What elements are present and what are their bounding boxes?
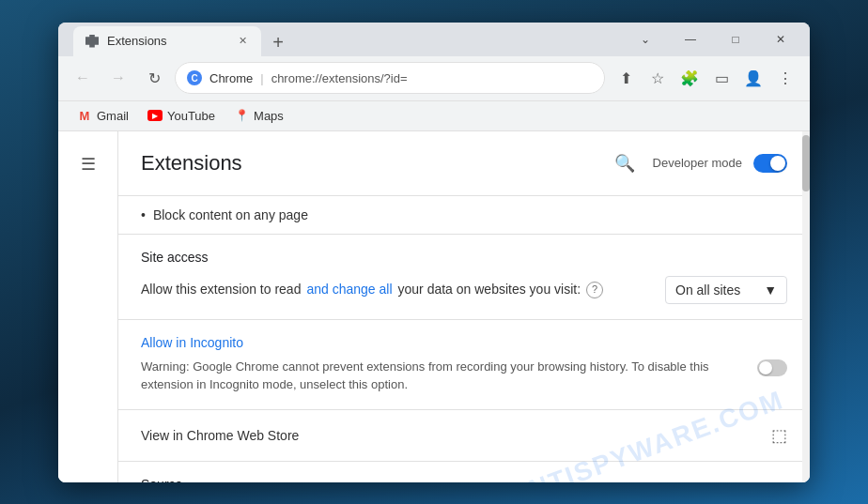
nav-bar: ← → ↻ C Chrome | chrome://extensions/?id… [58,56,810,101]
address-bar[interactable]: C Chrome | chrome://extensions/?id= [175,62,605,94]
scrollbar-thumb[interactable] [802,135,810,191]
collapse-button[interactable]: ⌄ [624,23,667,56]
main-panel: Extensions 🔍 Developer mode Block conten… [118,131,810,482]
scrollbar[interactable] [802,131,810,482]
tab-icon [85,34,100,49]
toggle-thumb [770,156,785,171]
page-content: ☰ Extensions 🔍 Developer mode Bl [58,131,810,482]
puzzle-icon [85,35,99,48]
sidebar: ☰ [58,131,118,482]
dropdown-value: On all sites [675,283,740,298]
dropdown-arrow: ▼ [764,283,777,298]
tab-label: Extensions [107,34,167,48]
incognito-title[interactable]: Allow in Incognito [141,335,787,350]
maps-icon: 📍 [234,108,249,123]
share-button[interactable]: ⬆ [611,63,641,93]
reload-button[interactable]: ↻ [139,63,169,93]
tabs-area: Extensions ✕ + [66,23,291,56]
source-title: Source [141,477,787,482]
site-favicon: C [187,70,202,85]
incognito-warning: Warning: Google Chrome cannot prevent ex… [141,358,787,394]
bookmark-gmail[interactable]: M Gmail [70,105,136,126]
maps-label: Maps [254,109,284,123]
bookmarks-bar: M Gmail ▶ YouTube 📍 Maps [58,101,810,131]
site-access-description: Allow this extension to read and change … [141,280,603,299]
incognito-toggle[interactable] [757,359,787,376]
bookmark-youtube[interactable]: ▶ YouTube [140,106,223,126]
bullet-text: Block content on any page [153,207,308,222]
incognito-section: Allow in Incognito Warning: Google Chrom… [118,319,810,409]
gmail-icon: M [77,108,92,123]
developer-mode-label: Developer mode [653,156,742,170]
access-dropdown[interactable]: On all sites ▼ [665,276,787,304]
minimize-button[interactable]: — [669,23,712,56]
more-menu-button[interactable]: ⋮ [770,63,800,93]
access-link[interactable]: and change all [306,280,392,299]
store-label: View in Chrome Web Store [141,428,299,443]
active-tab[interactable]: Extensions ✕ [73,26,261,56]
chrome-web-store-section[interactable]: View in Chrome Web Store ⬚ [118,409,810,461]
developer-mode-toggle[interactable] [753,154,787,173]
tab-close-button[interactable]: ✕ [235,34,250,49]
youtube-label: YouTube [167,109,215,123]
header-actions: 🔍 Developer mode [608,146,787,180]
search-button[interactable]: 🔍 [608,146,642,180]
maximize-button[interactable]: □ [714,23,757,56]
forward-button[interactable]: → [103,63,133,93]
help-icon[interactable]: ? [586,282,603,298]
youtube-icon: ▶ [147,110,163,121]
gmail-label: Gmail [97,109,129,123]
close-button[interactable]: ✕ [759,23,802,56]
incognito-toggle-thumb [759,361,772,374]
nav-actions: ⬆ ☆ 🧩 ▭ 👤 ⋮ [611,63,800,93]
content-scroll[interactable]: Block content on any page Site access Al… [118,196,810,482]
address-url: chrome://extensions/?id= [271,71,593,85]
site-name: Chrome [209,71,253,85]
site-access-title: Site access [141,250,787,265]
bookmark-maps[interactable]: 📍 Maps [226,105,291,126]
source-section: Source Chrome Web Store [118,461,810,482]
window-controls: ⌄ — □ ✕ [624,23,802,56]
bookmark-button[interactable]: ☆ [643,63,673,93]
extensions-header: Extensions 🔍 Developer mode [118,131,810,196]
access-text-middle: your data on websites you visit: [398,280,581,299]
address-divider: | [260,71,263,85]
title-bar: Extensions ✕ + ⌄ — □ ✕ [58,23,810,56]
external-link-icon: ⬚ [771,425,787,446]
page-title: Extensions [141,151,242,176]
extensions-button[interactable]: 🧩 [674,63,705,93]
extension-detail: Block content on any page [118,196,810,234]
site-access-section: Site access Allow this extension to read… [118,235,810,319]
hamburger-button[interactable]: ☰ [73,146,103,182]
browser-window: Extensions ✕ + ⌄ — □ ✕ ← → ↻ C Chrome | … [58,23,810,482]
new-tab-button[interactable]: + [265,30,291,56]
back-button[interactable]: ← [68,63,98,93]
bullet-block-content: Block content on any page [141,196,787,234]
account-button[interactable]: 👤 [738,63,768,93]
access-text-before: Allow this extension to read [141,280,301,299]
incognito-warning-text: Warning: Google Chrome cannot prevent ex… [141,358,746,394]
split-view-button[interactable]: ▭ [706,63,736,93]
